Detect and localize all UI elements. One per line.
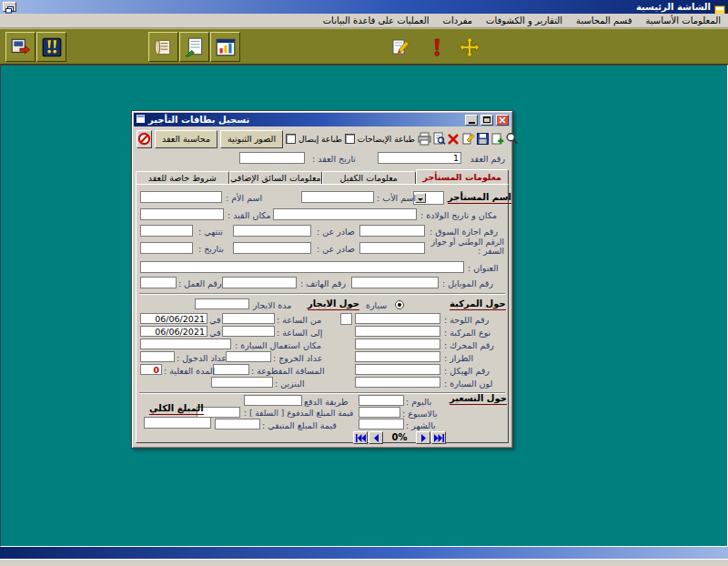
per-week-input[interactable] bbox=[359, 407, 400, 418]
edit-button[interactable] bbox=[461, 131, 475, 147]
mother-name-input[interactable] bbox=[140, 191, 222, 203]
id-date-input[interactable] bbox=[140, 242, 193, 254]
mobile-input[interactable] bbox=[351, 277, 439, 288]
father-name-label: اسم الأب : bbox=[377, 193, 416, 203]
print-receipt-checkbox[interactable] bbox=[286, 134, 296, 144]
nav-last-button[interactable] bbox=[431, 431, 446, 444]
model-input[interactable] bbox=[355, 351, 440, 362]
search-button[interactable] bbox=[505, 131, 519, 147]
maximize-button[interactable] bbox=[480, 115, 493, 126]
close-icon bbox=[499, 116, 506, 124]
usage-place-input[interactable] bbox=[140, 339, 231, 349]
add-button[interactable] bbox=[490, 131, 504, 147]
work-phone-input[interactable] bbox=[140, 277, 177, 288]
contract-accounting-button[interactable]: محاسبة العقد bbox=[155, 130, 217, 148]
tab-special-conditions[interactable]: شروط خاصة للعقد bbox=[136, 171, 229, 185]
per-day-input[interactable] bbox=[359, 395, 404, 406]
close-button[interactable] bbox=[496, 115, 509, 126]
contract-date-input[interactable] bbox=[239, 152, 305, 164]
usage-place-label: مكان استعمال السيارة : bbox=[235, 340, 321, 350]
registry-place-label: مكان القيد : bbox=[228, 210, 271, 220]
reports-button[interactable] bbox=[210, 32, 240, 62]
fuel-input[interactable] bbox=[211, 377, 273, 388]
menu-basic-info[interactable]: المعلومات الأساسية bbox=[645, 15, 721, 25]
remaining-amount-input[interactable] bbox=[215, 419, 260, 430]
print-notes-label: طباعة الإيضاحات bbox=[358, 135, 415, 144]
entry-meter-input[interactable] bbox=[140, 351, 175, 362]
exit-meter-input[interactable] bbox=[226, 351, 271, 362]
driving-license-input[interactable] bbox=[359, 225, 425, 237]
distance-label: المسافة المقطوعة : bbox=[251, 366, 325, 376]
block-button[interactable] bbox=[136, 130, 152, 148]
rental-duration-input[interactable] bbox=[195, 298, 249, 309]
vehicle-type-input[interactable] bbox=[355, 326, 440, 337]
window-restore-button[interactable] bbox=[3, 2, 16, 12]
national-id-input[interactable] bbox=[359, 242, 425, 254]
plate-browse-button[interactable] bbox=[340, 313, 352, 325]
contracts-scroll-button[interactable] bbox=[148, 32, 178, 62]
new-entry-button[interactable] bbox=[179, 32, 209, 62]
save-button[interactable] bbox=[476, 131, 490, 147]
print-button[interactable] bbox=[418, 131, 431, 147]
chassis-number-input[interactable] bbox=[355, 364, 440, 375]
print-preview-button[interactable] bbox=[432, 131, 446, 147]
birth-place-date-input[interactable] bbox=[273, 208, 417, 220]
bottom-strip bbox=[0, 559, 728, 566]
registry-place-input[interactable] bbox=[140, 208, 224, 220]
phone-input[interactable] bbox=[222, 277, 297, 288]
new-entry-icon bbox=[184, 36, 206, 58]
car-color-input[interactable] bbox=[355, 377, 440, 388]
tenant-name-combo[interactable] bbox=[413, 191, 444, 205]
from-hour-input[interactable] bbox=[222, 313, 275, 324]
rental-section-header: حول الايجار bbox=[308, 298, 359, 310]
menu-reports-statements[interactable]: التقارير و الكشوفات bbox=[486, 15, 562, 25]
menu-vocabulary[interactable]: مفردات bbox=[442, 15, 472, 25]
delete-button[interactable] bbox=[447, 131, 460, 147]
address-input[interactable] bbox=[140, 261, 464, 273]
menu-database-operations[interactable]: العمليات على قاعدة البيانات bbox=[323, 15, 430, 25]
edit-contract-icon[interactable] bbox=[389, 36, 411, 58]
combo-dropdown-button[interactable] bbox=[415, 193, 426, 203]
nav-prev-button[interactable] bbox=[369, 431, 383, 444]
maximize-icon bbox=[483, 116, 490, 123]
print-notes-checkbox[interactable] bbox=[345, 134, 355, 144]
alerts-button[interactable] bbox=[36, 32, 66, 62]
car-radio[interactable] bbox=[395, 300, 404, 309]
print-receipt-option: طباعة إيصال bbox=[286, 134, 342, 144]
nav-first-button[interactable] bbox=[353, 431, 368, 444]
important-icon[interactable] bbox=[426, 36, 448, 58]
vehicle-type-label: نوع المركبة : bbox=[444, 328, 490, 338]
from-date-input[interactable] bbox=[140, 313, 207, 324]
car-color-label: لون السيارة : bbox=[444, 379, 492, 389]
license-expires-input[interactable] bbox=[140, 225, 193, 237]
minimize-button[interactable] bbox=[465, 115, 478, 126]
contract-no-input[interactable] bbox=[378, 152, 461, 164]
dialog-toolbar: محاسبة العقد الصور الثبوتية طباعة إيصال … bbox=[136, 129, 508, 148]
actual-duration-input[interactable] bbox=[140, 364, 162, 375]
to-hour-input[interactable] bbox=[222, 326, 275, 337]
record-action-icons bbox=[418, 131, 519, 147]
nav-next-button[interactable] bbox=[416, 431, 430, 444]
chevron-down-icon bbox=[418, 198, 423, 204]
license-issued-by-input[interactable] bbox=[233, 225, 311, 237]
plate-number-input[interactable] bbox=[355, 313, 440, 324]
id-issued-by-input[interactable] bbox=[233, 242, 311, 254]
distance-input[interactable] bbox=[213, 364, 249, 375]
evidence-photos-button[interactable]: الصور الثبوتية bbox=[220, 130, 283, 148]
to-date-input[interactable] bbox=[140, 326, 207, 337]
per-month-input[interactable] bbox=[359, 419, 404, 430]
per-week-label: بالاسبوع : bbox=[402, 409, 438, 419]
tab-additional-driver-info[interactable]: معلومات السائق الإضافي bbox=[229, 171, 323, 185]
exit-button[interactable] bbox=[5, 32, 35, 62]
entry-meter-label: عداد الدخول : bbox=[177, 353, 227, 363]
move-icon[interactable] bbox=[459, 36, 480, 58]
payment-method-input[interactable] bbox=[244, 395, 302, 406]
father-name-input[interactable] bbox=[301, 191, 374, 203]
total-amount-input[interactable] bbox=[144, 417, 211, 429]
license-issued-by-label: صادر عن : bbox=[317, 227, 355, 237]
menu-accounting-section[interactable]: قسم المحاسبة bbox=[576, 15, 632, 25]
engine-number-input[interactable] bbox=[355, 339, 440, 349]
search-icon bbox=[505, 132, 519, 146]
tab-tenant-info[interactable]: معلومات المستأجر bbox=[416, 169, 510, 185]
tab-guarantor-info[interactable]: معلومات الكفيل bbox=[322, 171, 416, 185]
